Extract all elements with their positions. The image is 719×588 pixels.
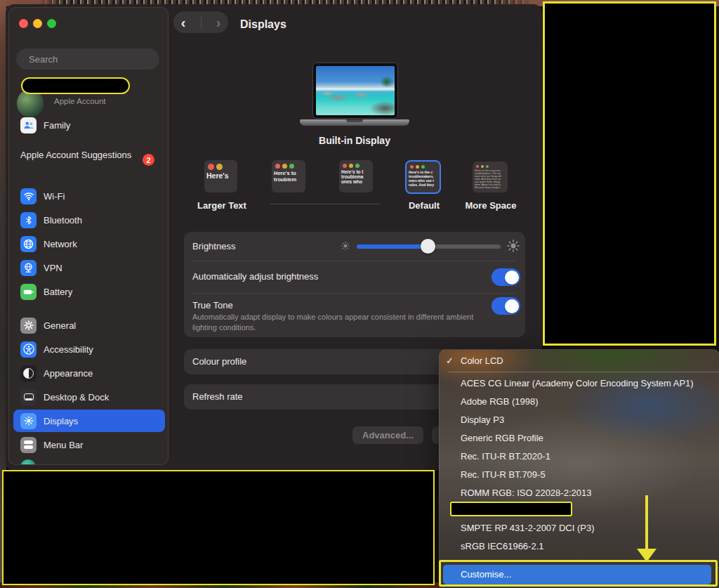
sidebar-item-label: Wi-Fi (44, 191, 65, 202)
thumb-dot (216, 164, 223, 170)
menu-item-label: ROMM RGB: ISO 22028-2:2013 (461, 488, 591, 498)
menu-item-display-p3[interactable]: Display P3 (440, 411, 719, 429)
brightness-card: Brightness Automatically adjust brightne… (184, 232, 525, 337)
scale-option-more-space[interactable]: Here's to the crazy one troublemakers. T… (473, 162, 508, 192)
menu-item-label: ACES CG Linear (Academy Color Encoding S… (461, 378, 694, 388)
menu-item-smpte[interactable]: SMPTE RP 431-2-2007 DCI (P3) (440, 519, 719, 537)
scale-label-more-space: More Space (459, 200, 523, 211)
appearance-icon (20, 365, 37, 381)
true-tone-toggle[interactable] (492, 297, 520, 315)
nav-separator (201, 17, 202, 28)
menu-item-romm-rgb[interactable]: ROMM RGB: ISO 22028-2:2013 (440, 484, 719, 502)
sidebar-item-label: VPN (44, 263, 62, 273)
account-label: Apple Account (54, 97, 106, 105)
auto-brightness-label: Automatically adjust brightness (192, 271, 318, 282)
menu-item-color-lcd[interactable]: ✓ Color LCD (440, 352, 719, 370)
minimize-button[interactable] (33, 19, 42, 28)
sidebar-item-label: Displays (44, 416, 78, 426)
back-button[interactable]: ‹ (181, 15, 186, 30)
sidebar-item-general[interactable]: General (20, 313, 161, 337)
brightness-slider-knob[interactable] (421, 239, 435, 254)
menu-item-rec-709[interactable]: Rec. ITU-R BT.709-5 (440, 466, 719, 484)
advanced-button[interactable]: Advanced... (352, 426, 423, 444)
sidebar-item-displays[interactable]: Displays (20, 409, 161, 433)
search-input[interactable] (29, 54, 152, 65)
brightness-label: Brightness (192, 241, 235, 251)
family-icon (20, 117, 37, 133)
card-divider (192, 293, 517, 294)
vpn-icon (20, 260, 37, 276)
menu-item-label: Generic RGB Profile (461, 433, 543, 443)
thumb-dot (486, 165, 489, 168)
sidebar-item-desktop-dock[interactable]: Desktop & Dock (20, 385, 161, 409)
sidebar-item-partial-icon (20, 459, 36, 465)
forward-button[interactable]: › (216, 15, 221, 30)
scale-option-3[interactable]: Here's to t troublema ones who (339, 160, 373, 192)
thumb-dot (282, 164, 287, 169)
sidebar-item-battery[interactable]: Battery (20, 280, 161, 303)
sidebar-item-label: General (44, 320, 76, 331)
sidebar-item-apple-account-suggestions[interactable]: Apple Account Suggestions (20, 150, 133, 161)
brightness-dim-icon (340, 240, 351, 251)
thumb-dot (476, 165, 479, 168)
thumb-dot (208, 164, 214, 170)
thumb-text: Here's to troublem (274, 170, 303, 183)
page-title: Displays (240, 18, 286, 31)
menu-bar-icon (20, 437, 37, 453)
battery-icon (20, 284, 37, 300)
thumb-dot (349, 164, 353, 168)
scale-divider-line (270, 204, 380, 204)
highlight-outline-customise (439, 560, 718, 587)
thumb-text: Here's (206, 171, 235, 180)
laptop-base (300, 119, 409, 126)
sidebar-item-family[interactable]: Family (20, 113, 161, 137)
scale-option-larger-text[interactable]: Here's (204, 160, 237, 192)
menu-item-label: Rec. ITU-R BT.709-5 (461, 469, 546, 480)
sidebar-item-label: Desktop & Dock (44, 392, 109, 403)
scale-label-default: Default (397, 200, 451, 211)
zoom-button[interactable] (47, 19, 56, 28)
menu-item-adobe-rgb[interactable]: Adobe RGB (1998) (440, 393, 719, 411)
close-button[interactable] (19, 19, 28, 28)
auto-brightness-toggle[interactable] (492, 268, 520, 286)
scale-option-default[interactable]: Here's to the c troublemakers. ones who … (405, 160, 441, 194)
sidebar-item-label: Menu Bar (44, 440, 83, 450)
sidebar-item-network[interactable]: Network (20, 232, 161, 256)
bluetooth-icon (20, 212, 37, 228)
menu-item-rec-2020[interactable]: Rec. ITU-R BT.2020-1 (440, 447, 719, 466)
menu-divider (448, 372, 719, 372)
sidebar: Apple Account Family Apple Account Sugge… (8, 7, 169, 465)
wifi-icon (20, 188, 37, 204)
menu-item-generic-rgb[interactable]: Generic RGB Profile (440, 429, 719, 447)
scale-option-2[interactable]: Here's to troublem (272, 160, 305, 192)
thumb-dot (289, 164, 294, 169)
sidebar-item-wifi[interactable]: Wi-Fi (20, 184, 161, 208)
menu-item-srgb[interactable]: sRGB IEC61966-2.1 (440, 537, 719, 556)
display-wallpaper-thumbnail (316, 66, 395, 115)
thumb-text: Here's to the c troublemakers. ones who … (409, 170, 437, 187)
thumb-dot (355, 164, 360, 168)
sidebar-item-accessibility[interactable]: Accessibility (20, 337, 161, 361)
menu-item-label: Rec. ITU-R BT.2020-1 (461, 451, 550, 462)
sidebar-item-label: Network (44, 239, 77, 249)
window-controls (19, 19, 56, 28)
menu-item-label: Adobe RGB (1998) (461, 396, 539, 407)
thumb-dot (275, 164, 280, 169)
sidebar-item-label: Appearance (44, 368, 93, 379)
builtin-display-image (312, 63, 398, 119)
true-tone-description: Automatically adapt display to make colo… (192, 312, 496, 333)
search-field[interactable] (16, 48, 159, 70)
sidebar-item-bluetooth[interactable]: Bluetooth (20, 208, 161, 232)
sidebar-item-appearance[interactable]: Appearance (20, 361, 161, 385)
redaction-menu-item (450, 502, 572, 516)
sidebar-item-vpn[interactable]: VPN (20, 256, 161, 280)
display-name-label: Built-in Display (284, 135, 425, 146)
thumb-text: Here's to the crazy one troublemakers. T… (475, 169, 506, 189)
refresh-rate-label: Refresh rate (192, 391, 243, 402)
menu-item-aces-cg-linear[interactable]: ACES CG Linear (Academy Color Encoding S… (440, 374, 719, 393)
sidebar-item-menu-bar[interactable]: Menu Bar (20, 433, 161, 457)
nav-buttons: ‹ › (173, 11, 228, 33)
displays-sun-icon (20, 413, 37, 429)
redaction-account-name (21, 77, 130, 94)
sidebar-item-label: Family (44, 120, 70, 131)
